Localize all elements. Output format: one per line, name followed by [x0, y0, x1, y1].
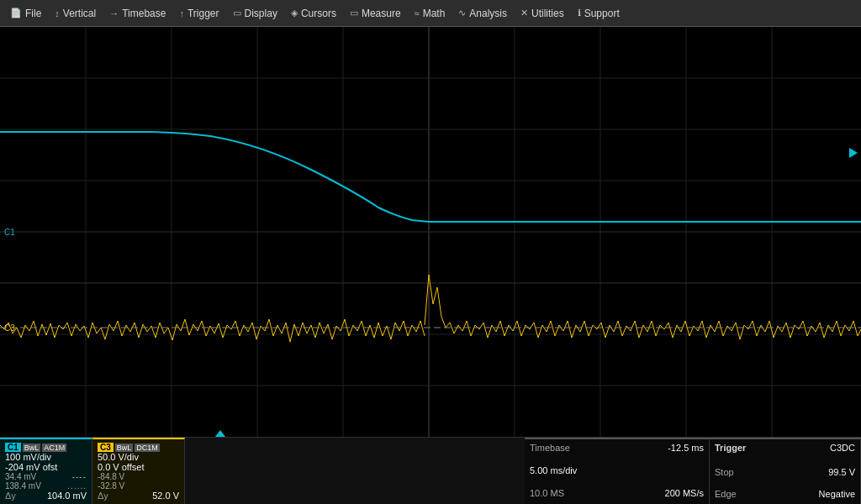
trig-mode: Stop — [715, 467, 734, 477]
ch1-coupling: AC1M — [42, 444, 66, 452]
svg-text:C3: C3 — [4, 323, 15, 333]
menu-support[interactable]: ℹ Support — [571, 0, 626, 26]
menu-math[interactable]: ≈ Math — [408, 0, 452, 26]
ch1-vdiv: 100 mV/div — [5, 452, 51, 462]
ch3-delta-row: Δy 52.0 V — [98, 491, 179, 501]
tb-perdiv: 5.00 ms/div — [530, 465, 577, 475]
ch3-delta-label: Δy — [98, 491, 108, 501]
ch3-delta-val: 52.0 V — [152, 491, 179, 501]
ch3-header: C3 BwL DC1M — [98, 443, 179, 452]
tb-record: 10.0 MS — [530, 488, 564, 498]
utilities-icon: ✕ — [520, 8, 528, 18]
ch1-delta-val: 104.0 mV — [47, 491, 87, 501]
ch1-meas1-dots: ---- — [72, 472, 87, 481]
ch1-offset-row: -204 mV ofst — [5, 462, 87, 472]
ch3-vdiv-row: 50.0 V/div — [98, 452, 179, 462]
ch3-meas1-row: -84.8 V — [98, 472, 179, 481]
ch1-bwl: BwL — [23, 444, 41, 452]
ch3-meas2-row: -32.8 V — [98, 481, 179, 491]
trig-label: Trigger — [715, 443, 746, 453]
ch1-meas1-label: 34.4 mV — [5, 472, 36, 481]
trig-slope: Negative — [819, 489, 855, 499]
display-icon: ▭ — [233, 8, 241, 18]
trig-header-row: Trigger C3DC — [715, 443, 855, 455]
ch1-header: C1 BwL AC1M — [5, 443, 87, 452]
menu-timebase[interactable]: → Timebase — [103, 0, 172, 26]
trig-channel: C3DC — [830, 443, 855, 455]
tb-perdiv-row: 5.00 ms/div — [530, 465, 704, 475]
menu-display[interactable]: ▭ Display — [226, 0, 284, 26]
menu-trigger[interactable]: ↑ Trigger — [172, 0, 225, 26]
menubar: 📄 File ↕ Vertical → Timebase ↑ Trigger ▭… — [0, 0, 861, 27]
ch1-badge: C1 — [5, 443, 21, 452]
ch1-delta-row: Δy 104.0 mV — [5, 491, 87, 501]
ch1-delta-label: Δy — [5, 491, 16, 501]
trig-level: 99.5 V — [828, 467, 855, 477]
tb-label: Timebase — [530, 443, 570, 453]
trig-mode-row: Stop 99.5 V — [715, 467, 855, 477]
vertical-icon: ↕ — [55, 8, 60, 18]
support-icon: ℹ — [578, 8, 581, 18]
menu-vertical[interactable]: ↕ Vertical — [48, 0, 103, 26]
trig-type-row: Edge Negative — [715, 489, 855, 499]
ch1-meas2-label: 138.4 mV — [5, 481, 41, 491]
ch3-meas1-label: -84.8 V — [98, 472, 124, 481]
ch3-vdiv: 50.0 V/div — [98, 452, 139, 462]
cursors-icon: ◈ — [291, 8, 298, 18]
tb-record-row: 10.0 MS 200 MS/s — [530, 488, 704, 498]
spacer — [185, 438, 525, 504]
ch3-meas2-label: -32.8 V — [98, 481, 124, 491]
analysis-icon: ∿ — [458, 8, 466, 18]
svg-text:C1: C1 — [4, 228, 15, 237]
ch3-offset-row: 0.0 V offset — [98, 462, 179, 472]
menu-utilities[interactable]: ✕ Utilities — [514, 0, 571, 26]
ch1-offset: -204 mV ofst — [5, 462, 57, 472]
ch1-meas2-row: 138.4 mV ...... — [5, 481, 87, 491]
measure-icon: ▭ — [350, 8, 358, 18]
trigger-icon: ↑ — [179, 8, 184, 18]
menu-cursors[interactable]: ◈ Cursors — [284, 0, 343, 26]
trigger-panel: Trigger C3DC Stop 99.5 V Edge Negative — [710, 438, 861, 504]
waveform-canvas: C1 C3 — [0, 27, 861, 437]
menu-measure[interactable]: ▭ Measure — [343, 0, 408, 26]
ch3-bwl: BwL — [115, 444, 134, 452]
tb-header-row: Timebase -12.5 ms — [530, 443, 704, 453]
ch3-panel: C3 BwL DC1M 50.0 V/div 0.0 V offset -84.… — [92, 438, 185, 504]
ch3-offset: 0.0 V offset — [98, 462, 144, 472]
menu-file[interactable]: 📄 File — [3, 0, 48, 26]
timebase-icon: → — [109, 8, 119, 18]
math-icon: ≈ — [415, 8, 420, 18]
ch3-coupling: DC1M — [135, 444, 160, 452]
menu-analysis[interactable]: ∿ Analysis — [452, 0, 514, 26]
trig-type: Edge — [715, 489, 737, 499]
timebase-panel: Timebase -12.5 ms 5.00 ms/div 10.0 MS 20… — [525, 438, 710, 504]
file-icon: 📄 — [10, 8, 22, 18]
ch1-meas1-row: 34.4 mV ---- — [5, 472, 87, 481]
ch1-panel: C1 BwL AC1M 100 mV/div -204 mV ofst 34.4… — [0, 438, 92, 504]
status-bar: C1 BwL AC1M 100 mV/div -204 mV ofst 34.4… — [0, 437, 861, 504]
ch1-meas2-dots: ...... — [67, 481, 87, 491]
tb-sample: 200 MS/s — [665, 488, 704, 498]
ch3-badge: C3 — [98, 443, 114, 452]
ch1-vdiv-row: 100 mV/div — [5, 452, 87, 462]
oscilloscope-display: C1 C3 — [0, 27, 861, 437]
tb-value: -12.5 ms — [668, 443, 704, 453]
